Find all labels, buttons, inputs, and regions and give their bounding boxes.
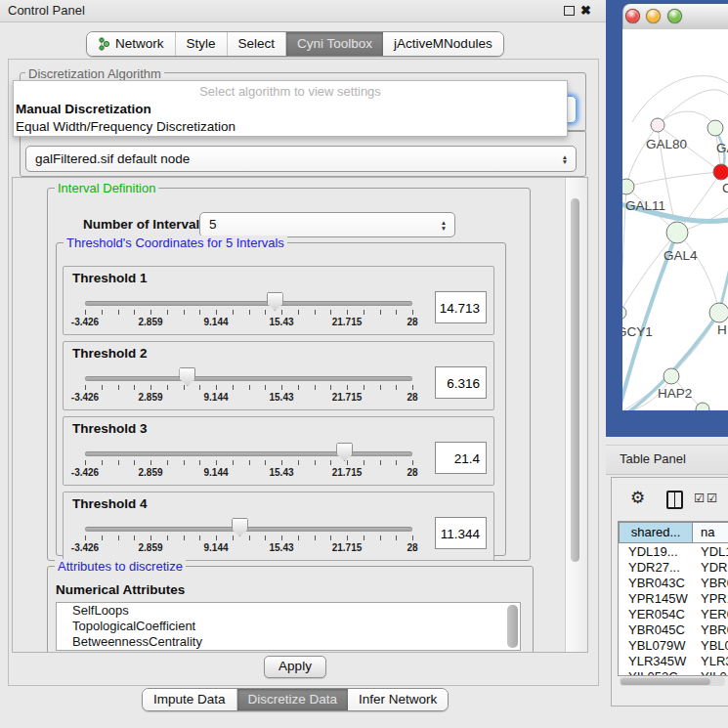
settings-scrollbar-thumb[interactable]	[571, 198, 579, 562]
network-edge[interactable]	[658, 90, 728, 125]
network-node[interactable]	[707, 120, 723, 136]
apply-button[interactable]: Apply	[264, 656, 326, 678]
cell-name: YPR1	[693, 591, 728, 607]
tick-mark	[380, 535, 381, 540]
threshold-value-box[interactable]: 6.316	[435, 366, 487, 399]
tab-label: Infer Network	[359, 689, 437, 710]
table-hscrollbar[interactable]	[620, 677, 725, 686]
columns-icon[interactable]	[666, 491, 683, 509]
close-traffic-light[interactable]	[625, 9, 640, 23]
table-row[interactable]: YDL19...YDL1	[620, 544, 728, 560]
tab-impute-data[interactable]: Impute Data	[143, 689, 237, 710]
network-edge[interactable]	[658, 111, 715, 128]
tab-select[interactable]: Select	[228, 32, 287, 56]
tick-mark	[216, 310, 217, 315]
slider-thumb-icon[interactable]	[232, 518, 248, 536]
checkbox-icon[interactable]: ☑	[707, 492, 717, 505]
tab-jactivemnodules[interactable]: jActiveMNodules	[383, 32, 503, 56]
tick-mark	[85, 310, 86, 315]
network-edge-highlighted[interactable]	[719, 235, 728, 313]
node-table: shared... na YDL19...YDL1YDR27...YDR2YBR…	[618, 521, 728, 676]
cell-name: YLR3	[693, 654, 728, 669]
network-node[interactable]	[664, 368, 679, 384]
column-header-name[interactable]: na	[693, 522, 728, 543]
network-node[interactable]	[709, 303, 728, 322]
tab-label: Cyni Toolbox	[297, 33, 372, 55]
tab-infer-network[interactable]: Infer Network	[348, 689, 448, 710]
threshold-slider-track[interactable]	[85, 301, 412, 306]
threshold-slider-track[interactable]	[85, 451, 412, 456]
tick-mark	[281, 535, 282, 540]
table-row[interactable]: YPR145WYPR1	[620, 591, 728, 607]
tab-label: Network	[115, 33, 164, 55]
float-window-icon[interactable]	[564, 6, 575, 16]
attribute-item-selfloops[interactable]: SelfLoops	[57, 603, 520, 619]
network-node[interactable]	[713, 164, 728, 180]
network-node[interactable]	[666, 222, 688, 243]
network-edge[interactable]	[626, 125, 658, 187]
tick-mark	[150, 460, 151, 465]
slider-thumb-icon[interactable]	[336, 443, 353, 461]
threshold-value-box[interactable]: 21.4	[435, 442, 487, 474]
table-row[interactable]: YBL079WYBL0	[620, 638, 728, 654]
network-edge[interactable]	[622, 233, 677, 313]
checkbox-icon[interactable]: ☑	[694, 492, 705, 505]
network-node[interactable]	[622, 179, 634, 194]
tab-discretize-data[interactable]: Discretize Data	[237, 689, 349, 710]
slider-thumb-icon[interactable]	[267, 292, 283, 311]
slider-thumb-icon[interactable]	[179, 367, 195, 386]
tick-mark	[380, 460, 381, 465]
close-icon[interactable]: ✖	[580, 2, 591, 20]
network-node[interactable]	[622, 306, 626, 320]
tick-mark	[330, 385, 331, 390]
table-hscrollbar-thumb[interactable]	[621, 678, 710, 685]
threshold-slider-track[interactable]	[85, 527, 412, 532]
table-row[interactable]: YLR345WYLR3	[620, 654, 728, 669]
tab-style[interactable]: Style	[176, 32, 228, 56]
table-row[interactable]: YBR045CYBR0	[620, 622, 728, 638]
tick-mark	[249, 460, 250, 465]
zoom-traffic-light[interactable]	[667, 9, 682, 23]
table-row[interactable]: YER054CYER0	[620, 607, 728, 622]
network-canvas[interactable]: GAL80GACGAL11GAL4GCY1HHAP2	[622, 29, 728, 410]
tab-cyni-toolbox[interactable]: Cyni Toolbox	[286, 32, 383, 56]
table-row[interactable]: YDR27...YDR2	[620, 560, 728, 576]
tick-mark	[199, 460, 200, 465]
top-tabbar: NetworkStyleSelectCyni ToolboxjActiveMNo…	[86, 31, 504, 57]
tab-network[interactable]: Network	[87, 32, 176, 56]
list-scrollbar[interactable]	[507, 605, 518, 648]
tick-mark	[412, 385, 413, 390]
column-header-shared[interactable]: shared...	[619, 522, 693, 543]
cell-shared-name: YDL19...	[620, 544, 693, 560]
node-label-gcy1: GCY1	[622, 324, 653, 339]
algorithm-option-manual-discretization[interactable]: Manual Discretization	[16, 101, 565, 118]
tick-mark	[347, 535, 348, 540]
network-icon	[98, 37, 110, 51]
minimize-traffic-light[interactable]	[646, 9, 661, 23]
tick-label: 9.144	[193, 542, 238, 553]
cell-shared-name: YER054C	[620, 607, 693, 622]
attribute-item-topologicalcoefficient[interactable]: TopologicalCoefficient	[57, 619, 520, 634]
network-edge[interactable]	[626, 172, 721, 187]
number-of-intervals-combobox[interactable]: 5 ▲▼	[199, 212, 455, 237]
threshold-label: Threshold 4	[72, 496, 148, 511]
network-node[interactable]	[651, 118, 664, 132]
threshold-value-box[interactable]: 11.344	[435, 517, 487, 549]
threshold-slider-track[interactable]	[85, 376, 412, 381]
gear-icon[interactable]: ⚙	[630, 489, 645, 508]
attribute-item-betweennesscentrality[interactable]: BetweennessCentrality	[57, 634, 520, 650]
network-edge[interactable]	[677, 233, 719, 313]
threshold-value-box[interactable]: 14.713	[435, 291, 487, 323]
table-row[interactable]: YIL052CYIL0	[620, 669, 728, 675]
tick-mark	[150, 310, 151, 315]
tick-mark	[118, 310, 119, 315]
cell-shared-name: YIL052C	[620, 669, 693, 675]
tick-mark	[396, 460, 397, 465]
settings-scrollbar[interactable]	[565, 178, 586, 652]
numerical-attributes-list[interactable]: SelfLoopsTopologicalCoefficientBetweenne…	[56, 602, 521, 651]
network-edge[interactable]	[632, 76, 728, 122]
table-row[interactable]: YBR043CYBR0	[620, 576, 728, 591]
algorithm-option-equal-width-frequency-discretization[interactable]: Equal Width/Frequency Discretization	[16, 118, 565, 136]
tick-mark	[347, 385, 348, 390]
table-data-combobox[interactable]: galFiltered.sif default node ▲▼	[25, 146, 577, 172]
